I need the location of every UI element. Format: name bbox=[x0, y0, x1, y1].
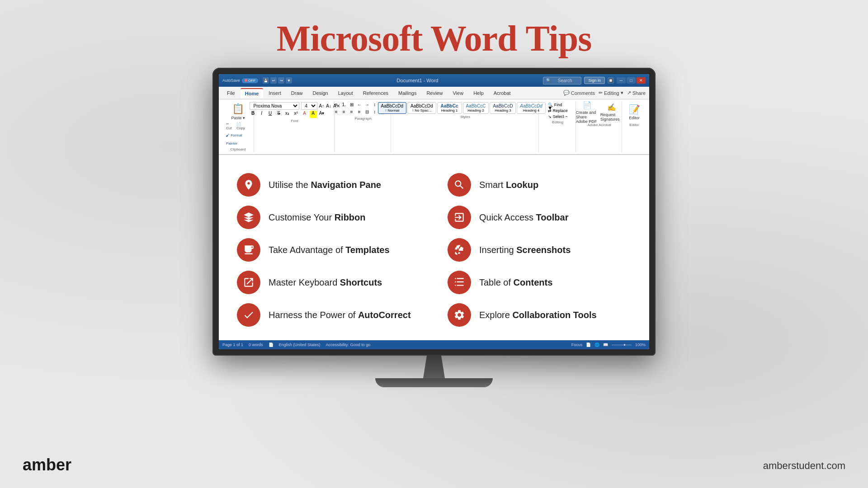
customize-icon[interactable]: ▼ bbox=[286, 77, 292, 84]
tab-mailings[interactable]: Mailings bbox=[394, 89, 421, 98]
save-icon[interactable]: 💾 bbox=[263, 77, 269, 84]
bold-button[interactable]: B bbox=[250, 111, 257, 118]
undo-icon[interactable]: ↩ bbox=[270, 77, 277, 84]
tab-file[interactable]: File bbox=[222, 89, 240, 98]
tip-templates: Take Advantage of Templates bbox=[237, 238, 420, 262]
editor-icon: 📝 bbox=[629, 104, 640, 115]
font-size-select[interactable]: 42 bbox=[301, 102, 317, 110]
style-heading2[interactable]: AaBbCcC Heading 2 bbox=[463, 102, 489, 114]
italic-button[interactable]: I bbox=[258, 111, 265, 118]
superscript-button[interactable]: x² bbox=[292, 111, 300, 118]
smart-lookup-text: Smart Lookup bbox=[479, 180, 538, 190]
restore-icon[interactable]: 🔲 bbox=[608, 77, 614, 84]
align-center-button[interactable]: ≡ bbox=[341, 109, 347, 116]
underline-button[interactable]: U bbox=[267, 111, 274, 118]
tip-contents: Table of Contents bbox=[448, 271, 631, 294]
tip-ribbon: Customise Your Ribbon bbox=[237, 206, 420, 229]
view-web-icon[interactable]: 🌐 bbox=[594, 343, 599, 347]
columns-button[interactable]: ⊟ bbox=[364, 109, 370, 116]
tab-design[interactable]: Design bbox=[308, 89, 332, 98]
strikethrough-button[interactable]: S bbox=[275, 111, 283, 118]
multilevel-button[interactable]: ⊞ bbox=[349, 102, 355, 108]
tab-draw[interactable]: Draw bbox=[287, 89, 307, 98]
tab-view[interactable]: View bbox=[448, 89, 468, 98]
cut-button[interactable]: ✂ Cut bbox=[226, 122, 236, 130]
adobe-label: Adobe Acrobat bbox=[587, 123, 611, 127]
editor-button[interactable]: 📝 Editor bbox=[627, 102, 642, 122]
close-button[interactable]: ✕ bbox=[637, 77, 646, 84]
autosave-toggle[interactable]: OFF bbox=[242, 78, 258, 83]
tab-acrobat[interactable]: Acrobat bbox=[489, 89, 515, 98]
request-signatures-button[interactable]: ✍ Request Signatures bbox=[600, 102, 623, 122]
signature-icon: ✍ bbox=[607, 103, 616, 112]
focus-button[interactable]: Focus bbox=[571, 343, 583, 347]
share-button[interactable]: ↗ Share bbox=[627, 90, 646, 96]
tab-help[interactable]: Help bbox=[469, 89, 488, 98]
stand-neck bbox=[416, 356, 452, 378]
tab-home[interactable]: Home bbox=[241, 88, 264, 98]
font-name-select[interactable]: Proxima Nova bbox=[250, 102, 299, 110]
select-button[interactable]: ↘ Select ~ bbox=[547, 114, 569, 119]
subscript-button[interactable]: x₂ bbox=[284, 111, 291, 118]
sort-button[interactable]: ↕ bbox=[372, 102, 378, 108]
ribbon-icon-circle bbox=[237, 206, 260, 229]
tip-collab: Explore Collaboration Tools bbox=[448, 303, 631, 327]
comments-button[interactable]: 💬 Comments bbox=[563, 90, 595, 96]
editing-button[interactable]: ✏ Editing ▾ bbox=[599, 90, 623, 96]
view-read-icon[interactable]: 📖 bbox=[603, 343, 608, 347]
paste-button[interactable]: 📋 Paste ▾ bbox=[228, 102, 247, 121]
maximize-button[interactable]: □ bbox=[627, 77, 636, 84]
status-right: Focus 📄 🌐 📖 ────●── 100% bbox=[571, 343, 646, 347]
line-spacing-button[interactable]: ↕ bbox=[372, 109, 378, 116]
ribbon-right-actions: 💬 Comments ✏ Editing ▾ ↗ Share bbox=[563, 90, 646, 96]
nav-pane-text: Utilise the Navigation Pane bbox=[269, 180, 381, 190]
tab-insert[interactable]: Insert bbox=[264, 89, 286, 98]
tip-toolbar: Quick Access Toolbar bbox=[448, 206, 631, 229]
view-normal-icon[interactable]: 📄 bbox=[586, 343, 591, 347]
brand-logo: amber bbox=[23, 455, 71, 474]
shrink-font-button[interactable]: A↓ bbox=[326, 103, 331, 108]
decrease-indent-button[interactable]: ← bbox=[356, 102, 363, 108]
text-color-button[interactable]: A bbox=[301, 111, 308, 118]
pencil-icon: ✏ bbox=[599, 90, 603, 96]
style-heading1[interactable]: AaBbCc Heading 1 bbox=[437, 102, 462, 114]
signin-button[interactable]: Sign in bbox=[584, 77, 605, 84]
format-painter-button[interactable]: 🖌 Format Painter bbox=[226, 133, 242, 145]
shortcuts-text: Master Keyboard Shortcuts bbox=[269, 277, 382, 288]
increase-indent-button[interactable]: → bbox=[364, 102, 370, 108]
redo-icon[interactable]: ↪ bbox=[278, 77, 284, 84]
justify-button[interactable]: ≡ bbox=[356, 109, 363, 116]
grow-font-button[interactable]: A↑ bbox=[319, 103, 325, 108]
zoom-slider[interactable]: ────●── bbox=[612, 343, 632, 347]
style-normal[interactable]: AaBbCcDd ↑ Normal bbox=[378, 102, 406, 114]
tab-layout[interactable]: Layout bbox=[334, 89, 358, 98]
adobe-pdf-icon: 📄 bbox=[583, 101, 592, 109]
search-placeholder: Search bbox=[552, 78, 572, 83]
highlight-button[interactable]: A bbox=[310, 111, 317, 118]
font-color-button[interactable]: A▾ bbox=[318, 111, 326, 118]
create-share-pdf-button[interactable]: 📄 Create and Share Adobe PDF bbox=[576, 102, 599, 122]
style-no-spacing[interactable]: AaBbCcDd ↑ No Spac... bbox=[407, 102, 436, 114]
brand-url: amberstudent.com bbox=[763, 460, 845, 472]
style-heading3[interactable]: AaBbCcD Heading 3 bbox=[490, 102, 516, 114]
page-indicator: Page 1 of 1 bbox=[222, 343, 243, 347]
page-title: Microsoft Word Tips bbox=[0, 0, 868, 59]
collab-icon-circle bbox=[448, 303, 471, 327]
replace-button[interactable]: ⇄ Replace bbox=[547, 108, 569, 113]
align-right-button[interactable]: ≡ bbox=[349, 109, 355, 116]
doc-content: Utilise the Navigation Pane Smart Lookup bbox=[219, 155, 649, 340]
align-left-button[interactable]: ≡ bbox=[333, 109, 340, 116]
nav-pane-icon-circle bbox=[237, 173, 260, 197]
copy-button[interactable]: 📄 Copy bbox=[236, 122, 250, 130]
titlebar-search[interactable]: 🔍 Search bbox=[543, 77, 582, 84]
bullets-button[interactable]: ≡ bbox=[333, 102, 340, 108]
tab-review[interactable]: Review bbox=[422, 89, 447, 98]
word-titlebar: AutoSave OFF 💾 ↩ ↪ ▼ Document1 - Word 🔍 … bbox=[219, 74, 649, 87]
minimize-button[interactable]: ─ bbox=[617, 77, 626, 84]
find-button[interactable]: 🔍 Find bbox=[547, 102, 564, 108]
tab-references[interactable]: References bbox=[359, 89, 393, 98]
screenshots-icon-circle bbox=[448, 238, 471, 262]
titlebar-right: Sign in 🔲 ─ □ ✕ bbox=[584, 77, 646, 84]
numbering-button[interactable]: 1. bbox=[341, 102, 347, 108]
autosave-label: AutoSave bbox=[222, 78, 240, 83]
